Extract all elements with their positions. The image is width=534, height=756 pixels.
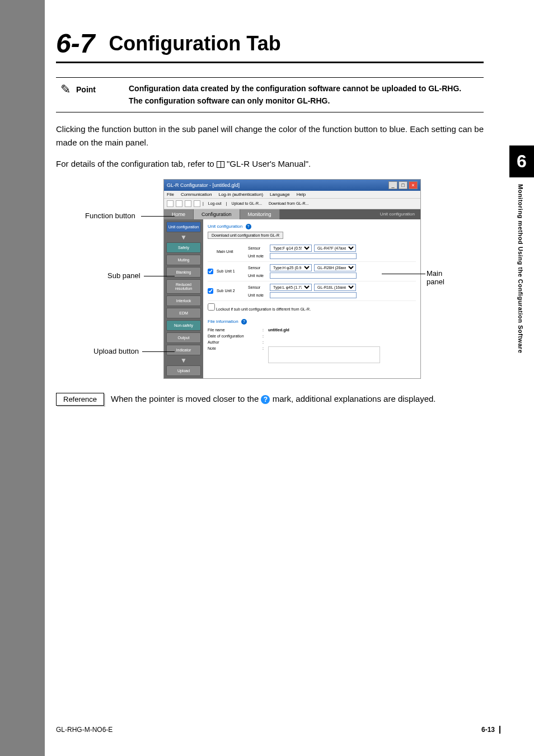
note-textarea[interactable]	[268, 346, 380, 363]
unit-note-input[interactable]	[270, 253, 357, 259]
section-title: Configuration Tab	[109, 32, 280, 55]
sidebar-non-safety[interactable]: Non-safety	[166, 320, 201, 331]
sidebar-reduced-resolution[interactable]: Reduced resolution	[166, 279, 201, 294]
sub-unit-2-label: Sub Unit 2	[217, 289, 245, 293]
callout-line	[141, 216, 175, 217]
unit-note-label: Unit note	[248, 274, 268, 278]
point-icon: ✎	[60, 82, 71, 97]
unit-note-label: Unit note	[248, 293, 268, 297]
point-label: Point	[76, 85, 96, 94]
callout-upload-button: Upload button	[93, 347, 139, 355]
sensor-model-select[interactable]: GL-R28H (28axes)	[314, 264, 356, 271]
sidebar-unit-configuration[interactable]: Unit configuration	[166, 222, 201, 232]
book-icon	[217, 161, 224, 168]
window-controls: _ □ ×	[388, 181, 418, 189]
tabs-row: Home Configuration Monitoring Unit confi…	[164, 209, 420, 219]
point-label-area: ✎ Point	[56, 82, 129, 97]
footer-page-number: 6-13	[481, 726, 500, 734]
sidebar-indicator[interactable]: Indicator	[166, 345, 201, 355]
sub-unit-2-row: Sub Unit 2 Sensor Type:L φ45 (1.77") GL-…	[208, 281, 416, 301]
upload-toolbar-button[interactable]: Upload to GL-R...	[229, 201, 264, 206]
download-config-button[interactable]: Download unit configuration from GL-R	[208, 232, 283, 239]
callout-function-button: Function button	[85, 212, 135, 220]
file-name-row: File name : untitled.gld	[208, 327, 416, 333]
open-icon[interactable]	[176, 200, 182, 207]
sub-unit-1-row: Sub Unit 1 Sensor Type:H φ25 (0.98") GL-…	[208, 262, 416, 281]
unit-config-title: Unit configuration ?	[208, 224, 416, 229]
maximize-button[interactable]: □	[399, 181, 407, 189]
author-row: Author :	[208, 339, 416, 345]
sensor-model-select[interactable]: GL-R47F (47axes)	[314, 245, 356, 252]
sensor-type-select[interactable]: Type:F φ14 (0.55")	[270, 245, 312, 252]
note-row: Note :	[208, 345, 416, 364]
callout-sub-panel: Sub panel	[107, 271, 140, 280]
arrow-down-icon: ▼	[166, 357, 201, 364]
lockout-checkbox[interactable]	[208, 303, 215, 311]
main-unit-label: Main Unit	[217, 250, 245, 253]
sidebar-muting[interactable]: Muting	[166, 255, 201, 265]
body-paragraph-2: For details of the configuration tab, re…	[56, 157, 484, 171]
new-icon[interactable]	[167, 200, 174, 207]
tab-monitoring[interactable]: Monitoring	[240, 209, 280, 219]
sensor-model-select[interactable]: GL-R16L (16axes)	[314, 284, 356, 291]
sensor-type-select[interactable]: Type:L φ45 (1.77")	[270, 284, 312, 291]
sensor-label: Sensor	[248, 266, 268, 270]
window-title: GL-R Configurator - [untitled.gld]	[167, 182, 240, 188]
main-panel: Unit configuration ? Download unit confi…	[203, 219, 420, 378]
author-label: Author	[208, 340, 258, 344]
menu-help[interactable]: Help	[297, 192, 306, 197]
body-p2a: For details of the configuration tab, re…	[56, 159, 217, 168]
download-toolbar-button[interactable]: Download from GL-R...	[266, 201, 311, 206]
toolbar: | Log-out | Upload to GL-R... Download f…	[164, 199, 420, 209]
file-name-value: untitled.gld	[268, 328, 289, 332]
minimize-button[interactable]: _	[388, 181, 397, 189]
logout-button[interactable]: Log-out	[206, 201, 224, 206]
menu-language[interactable]: Language	[270, 192, 290, 197]
menu-login[interactable]: Log-in (authentication)	[218, 192, 263, 197]
sidebar-interlock[interactable]: Interlock	[166, 295, 201, 306]
menu-communication[interactable]: Communication	[181, 192, 212, 197]
callout-line	[382, 274, 425, 274]
sub-unit-1-checkbox[interactable]	[208, 269, 213, 274]
help-icon[interactable]: ?	[246, 224, 251, 229]
callout-line	[144, 276, 175, 276]
point-line1: Configuration data created by the config…	[129, 82, 461, 95]
help-icon[interactable]: ?	[241, 319, 247, 325]
sidebar-upload-button[interactable]: Upload	[166, 365, 201, 376]
file-info-section: File information ? File name : untitled.…	[208, 319, 416, 364]
point-line2: The configuration software can only moni…	[129, 95, 461, 107]
print-icon[interactable]	[194, 200, 200, 207]
unit-note-input[interactable]	[270, 292, 357, 298]
chapter-side-tab: 6 Monitoring method Using the Configurat…	[509, 145, 534, 360]
unit-note-input[interactable]	[270, 273, 357, 279]
reference-label-box: Reference	[56, 393, 104, 406]
tab-home[interactable]: Home	[164, 209, 194, 219]
titlebar: GL-R Configurator - [untitled.gld] _ □ ×	[164, 180, 420, 191]
tab-configuration[interactable]: Configuration	[194, 209, 240, 219]
page-content: 6-7 Configuration Tab ✎ Point Configurat…	[56, 0, 484, 406]
page-footer: GL-RHG-M-NO6-E 6-13	[56, 726, 500, 734]
sub-unit-2-checkbox[interactable]	[208, 288, 213, 294]
sensor-type-select[interactable]: Type:H φ25 (0.98")	[270, 264, 312, 271]
close-button[interactable]: ×	[409, 181, 418, 189]
sidebar-safety[interactable]: Safety	[166, 242, 201, 253]
sub-unit-1-label: Sub Unit 1	[217, 269, 245, 273]
reference-text: When the pointer is moved closer to the …	[111, 394, 436, 404]
sidebar-output[interactable]: Output	[166, 332, 201, 343]
callout-main-panel: Main panel	[427, 269, 444, 286]
body-p2b: "GL-R User's Manual".	[227, 159, 311, 168]
lockout-row: Lockout if sub unit configuration is dif…	[208, 301, 416, 313]
menubar: File Communication Log-in (authenticatio…	[164, 191, 420, 199]
body-paragraph-1: Clicking the function button in the sub …	[56, 123, 484, 149]
chapter-title-vertical: Monitoring method Using the Configuratio…	[509, 177, 532, 360]
save-icon[interactable]	[185, 200, 191, 207]
chapter-number: 6	[509, 145, 534, 177]
question-mark-icon: ?	[261, 395, 270, 404]
main-unit-row: Main Unit Sensor Type:F φ14 (0.55") GL-R…	[208, 242, 416, 262]
section-number: 6-7	[56, 28, 95, 59]
menu-file[interactable]: File	[167, 192, 174, 197]
unit-config-section: Unit configuration ? Download unit confi…	[208, 224, 416, 313]
sensor-label: Sensor	[248, 246, 268, 250]
sidebar-edm[interactable]: EDM	[166, 308, 201, 318]
file-info-title: File information ?	[208, 319, 416, 325]
